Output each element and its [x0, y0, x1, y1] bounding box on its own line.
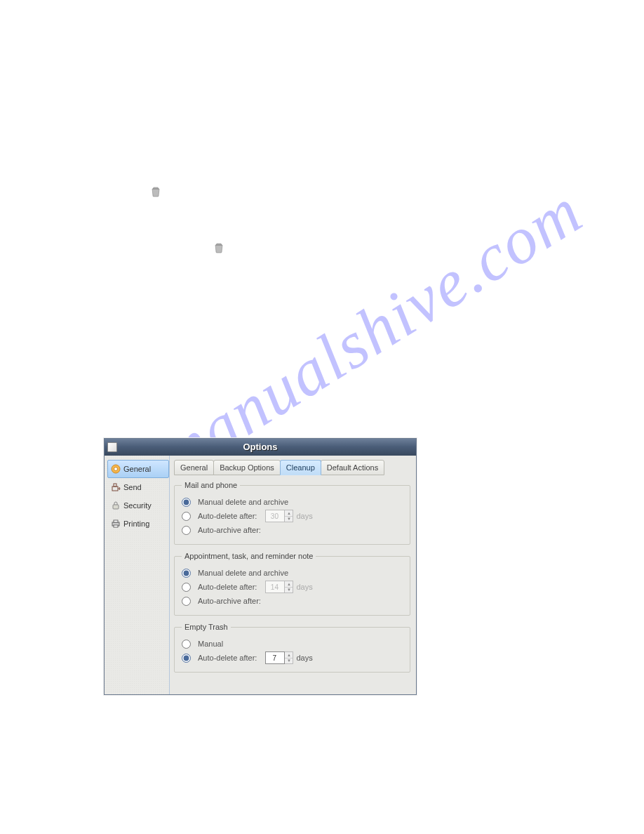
- svg-rect-6: [114, 520, 118, 522]
- group-appointment: Appointment, task, and reminder note Man…: [174, 552, 410, 616]
- svg-rect-4: [113, 505, 119, 509]
- option-label: Manual: [198, 640, 223, 648]
- trash-icon: [214, 242, 224, 253]
- days-input[interactable]: 14: [265, 581, 285, 593]
- group-legend: Appointment, task, and reminder note: [182, 552, 316, 560]
- svg-rect-7: [114, 525, 118, 527]
- option-label: Auto-archive after:: [198, 597, 261, 605]
- svg-rect-2: [112, 486, 118, 491]
- tab-label: Cleanup: [286, 463, 315, 472]
- option-label: Manual delete and archive: [198, 569, 288, 577]
- tab-default-actions[interactable]: Default Actions: [321, 460, 384, 475]
- spin-up-icon[interactable]: ▲: [285, 652, 293, 658]
- days-unit: days: [296, 583, 312, 591]
- radio-mail-autoarchive[interactable]: [182, 526, 191, 535]
- sidebar-item-security[interactable]: Security: [107, 496, 169, 515]
- option-label: Manual delete and archive: [198, 498, 288, 506]
- option-label: Auto-delete after:: [198, 512, 257, 520]
- radio-appt-manual[interactable]: [182, 569, 191, 578]
- tab-cleanup[interactable]: Cleanup: [280, 460, 321, 475]
- option-label: Auto-delete after:: [198, 583, 257, 591]
- sidebar-item-printing[interactable]: Printing: [107, 515, 169, 533]
- tab-label: Default Actions: [327, 463, 378, 472]
- radio-trash-manual[interactable]: [182, 640, 191, 649]
- general-icon: [111, 464, 121, 474]
- spin-up-icon[interactable]: ▲: [285, 581, 293, 588]
- radio-appt-autoarchive[interactable]: [182, 597, 191, 606]
- radio-mail-autodelete[interactable]: [182, 512, 191, 521]
- sidebar-item-label: Security: [123, 501, 152, 510]
- radio-mail-manual[interactable]: [182, 498, 191, 507]
- send-icon: [111, 482, 121, 492]
- group-mail-phone: Mail and phone Manual delete and archive…: [174, 481, 410, 545]
- spin-down-icon[interactable]: ▼: [285, 658, 293, 664]
- group-legend: Mail and phone: [182, 481, 240, 489]
- option-label: Auto-archive after:: [198, 526, 261, 534]
- titlebar[interactable]: Options: [105, 439, 416, 456]
- group-legend: Empty Trash: [182, 623, 231, 631]
- options-dialog: Options General Send Security: [104, 438, 417, 695]
- radio-trash-autodelete[interactable]: [182, 654, 191, 663]
- window-title: Options: [105, 442, 416, 452]
- spinner[interactable]: ▲▼: [285, 510, 293, 522]
- days-input[interactable]: 7: [265, 651, 285, 664]
- option-label: Auto-delete after:: [198, 654, 257, 662]
- settings-panel: General Backup Options Cleanup Default A…: [169, 456, 416, 694]
- category-sidebar: General Send Security Printing: [105, 456, 169, 694]
- lock-icon: [111, 501, 121, 510]
- spin-down-icon[interactable]: ▼: [285, 517, 293, 522]
- tab-label: Backup Options: [220, 463, 274, 472]
- trash-icon: [151, 186, 161, 197]
- sidebar-item-label: General: [123, 465, 151, 473]
- sidebar-item-send[interactable]: Send: [107, 478, 169, 496]
- spin-up-icon[interactable]: ▲: [285, 510, 293, 517]
- spin-down-icon[interactable]: ▼: [285, 588, 293, 593]
- printer-icon: [111, 519, 121, 529]
- tab-general[interactable]: General: [174, 460, 214, 475]
- sidebar-item-general[interactable]: General: [107, 460, 169, 478]
- sidebar-item-label: Printing: [123, 519, 149, 528]
- days-unit: days: [296, 654, 312, 662]
- svg-rect-3: [114, 484, 116, 486]
- days-unit: days: [296, 512, 312, 520]
- tab-label: General: [180, 463, 208, 472]
- days-input[interactable]: 30: [265, 510, 285, 522]
- tab-backup-options[interactable]: Backup Options: [213, 460, 281, 475]
- radio-appt-autodelete[interactable]: [182, 583, 191, 592]
- tab-row: General Backup Options Cleanup Default A…: [174, 460, 410, 475]
- spinner[interactable]: ▲▼: [285, 651, 293, 664]
- sidebar-item-label: Send: [123, 483, 142, 491]
- group-empty-trash: Empty Trash Manual Auto-delete after: 7 …: [174, 623, 410, 673]
- spinner[interactable]: ▲▼: [285, 581, 293, 593]
- svg-point-1: [114, 468, 118, 471]
